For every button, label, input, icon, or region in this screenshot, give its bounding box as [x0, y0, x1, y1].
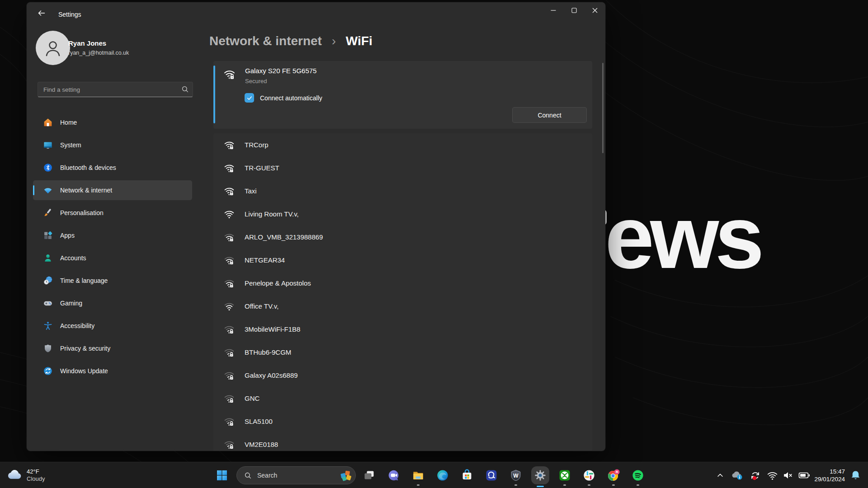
tray-wifi-icon[interactable] [767, 470, 778, 481]
windows-update-icon [43, 366, 53, 376]
sidebar-nav: Home System Bluetooth & devices Network … [33, 113, 192, 384]
maximize-icon [571, 7, 577, 15]
connected-network-name: Galaxy S20 FE 5G6575 [245, 67, 316, 75]
wifi-signal-icon [224, 370, 235, 381]
minimize-icon [551, 7, 556, 15]
wifi-network-row[interactable]: TRCorp [213, 133, 592, 156]
wifi-network-name: VM2E0188 [245, 441, 278, 448]
settings-window: Settings Ryan Jones ryan_a_j@hotmail.co.… [27, 2, 605, 451]
search-input[interactable] [38, 82, 193, 97]
profile-email: ryan_a_j@hotmail.co.uk [68, 50, 129, 56]
wifi-network-row[interactable]: 3MobileWiFi-F1B8 [213, 318, 592, 341]
sidebar-item-apps[interactable]: Apps [33, 225, 192, 245]
desktop: ews Settings [0, 0, 868, 488]
wifi-network-row[interactable]: VM2E0188 [213, 433, 592, 451]
sidebar-item-windows-update[interactable]: Windows Update [33, 361, 192, 381]
tray-clock[interactable]: 15:47 29/01/2024 [814, 468, 845, 483]
tray-date: 29/01/2024 [814, 475, 845, 483]
bluetooth-icon [43, 163, 53, 173]
sidebar-item-system[interactable]: System [33, 135, 192, 155]
sidebar-item-network-internet[interactable]: Network & internet [33, 180, 192, 200]
sidebar-item-time-language[interactable]: Time & language [33, 271, 192, 291]
breadcrumb-parent[interactable]: Network & internet [209, 34, 322, 48]
search-highlight-icon[interactable] [340, 469, 353, 483]
apps-icon [43, 230, 53, 240]
taskbar-search[interactable] [236, 466, 356, 484]
taskbar-chat-icon[interactable] [387, 469, 400, 482]
wifi-network-row[interactable]: GNC [213, 387, 592, 410]
sidebar-item-bluetooth-devices[interactable]: Bluetooth & devices [33, 158, 192, 178]
wifi-network-row[interactable]: BTHub6-9CGM [213, 341, 592, 364]
wifi-signal-icon [224, 347, 235, 358]
wifi-signal-icon [224, 393, 235, 404]
connect-button[interactable]: Connect [512, 107, 587, 123]
wifi-network-row[interactable]: TR-GUEST [213, 156, 592, 179]
taskbar-windscribe-icon[interactable]: W [509, 469, 522, 482]
wifi-network-row[interactable]: Living Room TV.v, [213, 202, 592, 225]
back-button[interactable] [33, 7, 50, 21]
taskbar-spotify-icon[interactable] [632, 469, 644, 482]
checkmark-icon [246, 95, 253, 101]
tray-sync-error-icon[interactable] [749, 469, 761, 482]
taskbar-xbox-icon[interactable] [558, 469, 571, 482]
wifi-network-row[interactable]: NETGEAR34 [213, 249, 592, 272]
connected-network-status: Secured [245, 78, 267, 84]
taskbar-edge-icon[interactable] [436, 469, 449, 482]
sidebar-item-privacy-security[interactable]: Privacy & security [33, 338, 192, 358]
sidebar: Ryan Jones ryan_a_j@hotmail.co.uk Home S… [27, 27, 203, 451]
sidebar-item-accessibility[interactable]: Accessibility [33, 316, 192, 336]
start-button[interactable] [216, 469, 228, 482]
tray-chevron-up-icon[interactable] [716, 471, 724, 479]
wifi-signal-icon [224, 232, 235, 243]
avatar[interactable] [36, 31, 70, 65]
sidebar-item-gaming[interactable]: Gaming [33, 293, 192, 313]
wifi-signal-icon [224, 140, 235, 150]
scrollbar-thumb[interactable] [602, 63, 604, 153]
wifi-network-row[interactable]: Penelope & Apostolos [213, 272, 592, 295]
sidebar-item-personalisation[interactable]: Personalisation [33, 203, 192, 223]
wifi-network-row[interactable]: Taxi [213, 179, 592, 202]
network-icon [43, 185, 53, 195]
tray-onedrive-icon[interactable] [731, 469, 744, 482]
time-language-icon [43, 276, 53, 286]
tray-notification-bell-icon[interactable] [849, 469, 862, 482]
minimize-button[interactable] [543, 2, 564, 19]
taskbar-settings-icon[interactable] [534, 469, 547, 482]
taskbar-file-explorer-icon[interactable] [412, 469, 425, 482]
maximize-button[interactable] [564, 2, 585, 19]
connect-automatically-label: Connect automatically [260, 94, 322, 102]
wifi-network-row[interactable]: SLA5100 [213, 410, 592, 433]
running-indicator [612, 484, 615, 486]
sidebar-item-home[interactable]: Home [33, 113, 192, 132]
wifi-signal-icon [224, 301, 235, 312]
wifi-network-row[interactable]: Office TV.v, [213, 295, 592, 318]
taskbar-chrome-icon[interactable]: R R [607, 469, 620, 482]
weather-condition: Cloudy [27, 475, 45, 483]
sidebar-item-accounts[interactable]: Accounts [33, 248, 192, 268]
sidebar-item-label: Accounts [60, 254, 86, 262]
back-arrow-icon [37, 9, 46, 19]
person-icon [42, 38, 63, 58]
wifi-network-name: SLA5100 [245, 418, 273, 425]
taskbar-search-app-icon[interactable] [485, 469, 498, 482]
taskbar-search-input[interactable] [257, 472, 330, 479]
weather-widget[interactable]: 42°F Cloudy [6, 462, 45, 488]
wifi-network-name: Living Room TV.v, [245, 210, 299, 218]
sidebar-item-label: Windows Update [60, 367, 108, 375]
close-button[interactable] [585, 2, 605, 19]
tray-battery-icon[interactable] [798, 469, 811, 482]
search-icon [181, 85, 189, 95]
tray-volume-muted-icon[interactable] [782, 469, 794, 481]
taskbar-task-view-icon[interactable] [363, 469, 376, 482]
wifi-network-row[interactable]: ARLO_VMB_3213988869 [213, 225, 592, 249]
taskbar-slack-icon[interactable] [583, 469, 595, 482]
sidebar-item-label: Privacy & security [60, 345, 110, 352]
page-title: WiFi [346, 34, 373, 48]
wifi-network-row[interactable]: Galaxy A02s6889 [213, 364, 592, 387]
sidebar-item-label: Accessibility [60, 322, 94, 329]
connect-automatically-checkbox[interactable] [245, 93, 254, 103]
taskbar-microsoft-store-icon[interactable] [461, 469, 473, 482]
wifi-signal-icon [224, 163, 235, 174]
wifi-network-name: ARLO_VMB_3213988869 [245, 233, 323, 241]
cloud-icon [6, 469, 23, 483]
